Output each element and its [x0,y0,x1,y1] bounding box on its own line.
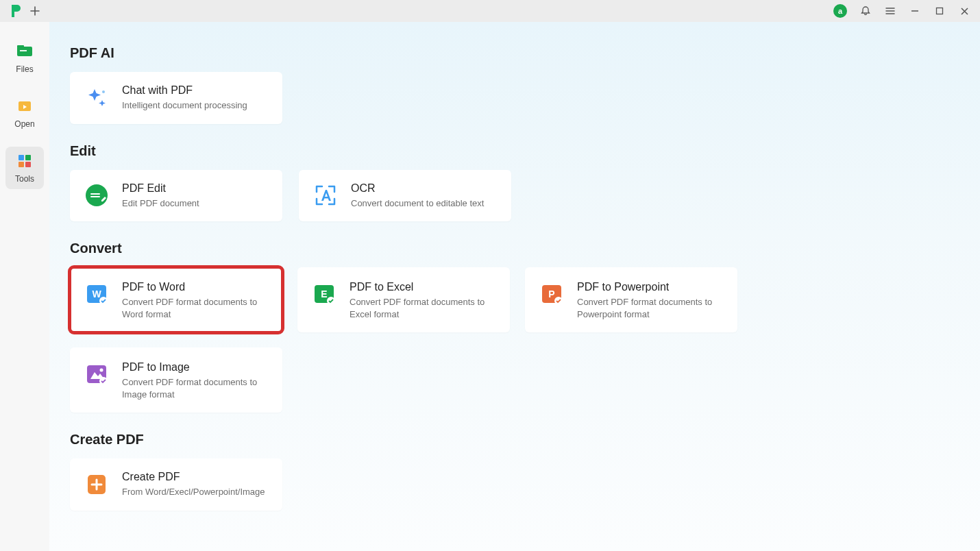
card-pdf-to-image[interactable]: PDF to Image Convert PDF format document… [70,347,282,413]
user-avatar[interactable]: a [833,4,847,18]
card-texts: Chat with PDF Intelligent document proce… [122,84,247,112]
sidebar-item-files[interactable]: Files [5,37,44,79]
app-logo-icon [8,3,23,19]
card-chat-with-pdf[interactable]: Chat with PDF Intelligent document proce… [70,72,282,124]
sidebar: Files Open Tools [0,22,49,551]
card-texts: OCR Convert document to editable text [351,182,484,210]
card-pdf-to-excel[interactable]: E PDF to Excel Convert PDF format docume… [297,267,510,332]
section-pdf-ai: PDF AI Chat with PDF Intelligent documen… [70,45,959,124]
sidebar-item-open[interactable]: Open [5,92,44,134]
svg-rect-6 [19,155,24,160]
powerpoint-icon: P [539,281,565,307]
sidebar-item-tools[interactable]: Tools [5,147,44,189]
notifications-icon[interactable] [859,5,872,17]
open-icon [16,97,34,115]
files-icon [16,42,34,60]
card-desc: Convert PDF format documents to Powerpoi… [577,296,724,320]
svg-text:P: P [548,289,554,299]
card-title: Create PDF [122,471,265,483]
card-pdf-to-word[interactable]: W PDF to Word Convert PDF format documen… [70,267,282,332]
card-texts: PDF to Word Convert PDF format documents… [122,281,269,320]
card-desc: From Word/Execl/Powerpoint/Image [122,486,265,498]
pdf-edit-icon [84,182,110,208]
card-title: PDF Edit [122,182,199,195]
main-row: Files Open Tools PDF AI [0,22,980,551]
tools-icon [16,152,34,170]
card-title: PDF to Powerpoint [577,281,724,293]
excel-icon: E [311,281,337,307]
svg-rect-3 [20,50,27,51]
svg-point-10 [102,90,105,93]
card-texts: PDF to Excel Convert PDF format document… [350,281,496,320]
titlebar-left [0,3,41,19]
card-row: Chat with PDF Intelligent document proce… [70,72,959,124]
card-desc: Edit PDF document [122,197,199,210]
section-heading: Create PDF [70,432,959,448]
card-title: PDF to Excel [350,281,496,293]
sidebar-item-label: Files [16,64,33,74]
svg-text:E: E [321,289,327,299]
card-title: Chat with PDF [122,84,247,97]
card-row: Create PDF From Word/Execl/Powerpoint/Im… [70,458,959,511]
section-convert: Convert W PDF to Word Convert PDF format… [70,241,959,413]
ocr-icon [313,182,339,208]
section-heading: PDF AI [70,45,959,61]
minimize-button[interactable] [909,5,921,17]
word-icon: W [84,281,110,307]
card-title: PDF to Image [122,361,269,374]
create-pdf-icon [84,472,110,498]
card-title: OCR [351,182,484,195]
section-heading: Convert [70,241,959,256]
section-edit: Edit PDF Edit Edit PDF document [70,143,959,222]
card-texts: PDF to Powerpoint Convert PDF format doc… [577,281,724,320]
card-desc: Convert PDF format documents to Word for… [122,296,269,320]
sidebar-item-label: Tools [15,174,34,184]
svg-point-11 [86,184,108,206]
new-tab-button[interactable] [29,5,41,17]
svg-rect-7 [25,155,31,160]
titlebar: a [0,0,980,22]
card-row: W PDF to Word Convert PDF format documen… [70,267,959,413]
image-icon [84,361,110,387]
section-create-pdf: Create PDF Create PDF From Word/Execl/Po… [70,432,959,511]
svg-rect-9 [25,162,31,167]
card-desc: Convert PDF format documents to Excel fo… [350,296,496,320]
card-ocr[interactable]: OCR Convert document to editable text [299,170,511,222]
card-texts: PDF Edit Edit PDF document [122,182,199,210]
svg-text:W: W [92,289,101,299]
section-heading: Edit [70,143,959,159]
card-desc: Convert document to editable text [351,197,484,210]
svg-rect-8 [19,162,24,167]
sidebar-item-label: Open [14,119,34,129]
sparkle-icon [84,85,110,111]
card-texts: PDF to Image Convert PDF format document… [122,361,269,400]
card-pdf-to-powerpoint[interactable]: P PDF to Powerpoint Convert PDF format d… [525,267,737,332]
card-create-pdf[interactable]: Create PDF From Word/Execl/Powerpoint/Im… [70,458,282,511]
card-desc: Intelligent document processing [122,99,247,112]
close-button[interactable] [958,5,970,17]
menu-icon[interactable] [884,5,896,17]
svg-rect-0 [937,8,943,14]
card-title: PDF to Word [122,281,269,293]
svg-point-23 [100,369,103,372]
titlebar-right: a [833,4,980,18]
card-row: PDF Edit Edit PDF document OCR Convert d… [70,170,959,222]
content-area: PDF AI Chat with PDF Intelligent documen… [49,22,980,551]
card-desc: Convert PDF format documents to Image fo… [122,376,269,400]
maximize-button[interactable] [933,5,946,17]
card-texts: Create PDF From Word/Execl/Powerpoint/Im… [122,471,265,498]
svg-rect-2 [17,45,24,48]
card-pdf-edit[interactable]: PDF Edit Edit PDF document [70,170,282,222]
